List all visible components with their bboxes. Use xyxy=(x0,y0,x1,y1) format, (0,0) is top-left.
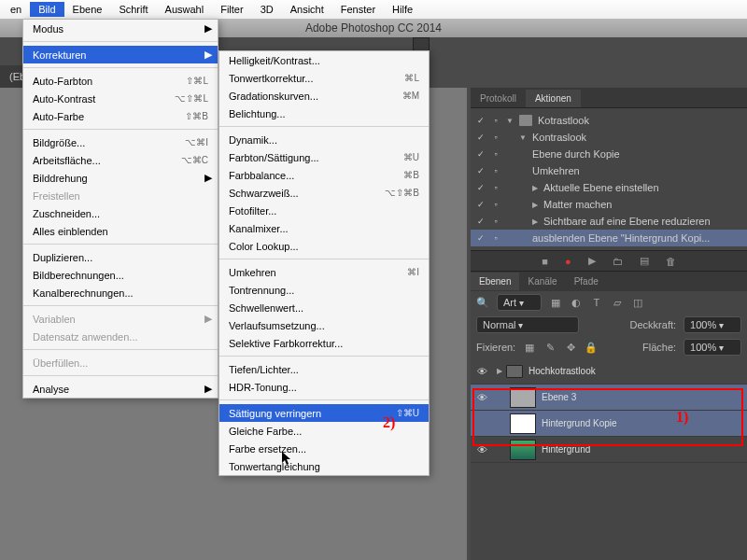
action-row[interactable]: ✓▫▶Matter machen xyxy=(471,196,747,213)
menuitem[interactable]: Bildberechnungen... xyxy=(23,266,218,284)
visibility-icon[interactable]: 👁 xyxy=(471,392,493,403)
menuitem[interactable]: Belichtung... xyxy=(219,105,429,122)
menuitem[interactable]: Zuschneiden... xyxy=(23,204,218,222)
menuitem[interactable]: Bilddrehung▶ xyxy=(23,169,218,187)
stop-icon[interactable]: ■ xyxy=(542,256,548,267)
opacity-field[interactable]: 100% ▾ xyxy=(684,316,741,333)
menuitem[interactable]: Umkehren⌘I xyxy=(219,263,429,281)
menuitem[interactable]: Fotofilter... xyxy=(219,202,429,219)
menuitem[interactable]: Tonwertangleichung xyxy=(219,457,429,475)
menu-bild[interactable]: Bild xyxy=(30,2,63,17)
blend-row[interactable]: Normal ▾ Deckkraft: 100% ▾ xyxy=(471,314,747,336)
action-row[interactable]: ✓▫▶Sichtbare auf eine Ebene reduzieren xyxy=(471,213,747,230)
menu-ebene[interactable]: Ebene xyxy=(64,2,111,17)
layer-row[interactable]: 👁▶Hochkotrastlook xyxy=(471,358,747,385)
menu-schrift[interactable]: Schrift xyxy=(110,2,156,17)
trash-icon[interactable]: 🗑 xyxy=(666,256,676,267)
menuitem[interactable]: Farbbalance...⌘B xyxy=(219,166,429,184)
menuitem[interactable]: Tonwertkorrektur...⌘L xyxy=(219,69,429,87)
filter-adjust-icon[interactable]: ◐ xyxy=(570,296,583,309)
lock-brush-icon[interactable]: ✎ xyxy=(543,341,557,354)
menuitem[interactable]: Farbton/Sättigung...⌘U xyxy=(219,148,429,166)
menuitem: Überfüllen... xyxy=(23,354,218,371)
action-row[interactable]: ✓▫Ebene durch Kopie xyxy=(471,146,747,162)
menuitem[interactable]: Dynamik... xyxy=(219,131,429,148)
menu-en[interactable]: en xyxy=(2,2,30,17)
menu-hilfe[interactable]: Hilfe xyxy=(384,2,421,17)
new-action-icon[interactable]: ▤ xyxy=(640,255,649,267)
history-actions-tabs[interactable]: Protokoll Aktionen xyxy=(471,88,747,108)
menuitem[interactable]: Helligkeit/Kontrast... xyxy=(219,51,429,69)
menu-filter[interactable]: Filter xyxy=(212,2,251,17)
layer-list[interactable]: 👁▶Hochkotrastlook👁Ebene 3Hintergrund Kop… xyxy=(471,358,747,463)
visibility-icon[interactable]: 👁 xyxy=(471,444,493,455)
actions-buttons[interactable]: ■ ● ▶ 🗀 ▤ 🗑 xyxy=(471,250,747,271)
menuitem[interactable]: Schwellenwert... xyxy=(219,299,429,316)
tab-layers[interactable]: Ebenen xyxy=(471,273,519,290)
annotation-1: 1) xyxy=(676,409,688,426)
menuitem[interactable]: Auto-Kontrast⌥⇧⌘L xyxy=(23,90,218,107)
filter-pixel-icon[interactable]: ▦ xyxy=(549,296,562,309)
lock-pixels-icon[interactable]: ▦ xyxy=(523,341,536,354)
menuitem[interactable]: Verlaufsumsetzung... xyxy=(219,316,429,334)
menubar[interactable]: enBildEbeneSchriftAuswahlFilter3DAnsicht… xyxy=(0,0,747,19)
tab-history[interactable]: Protokoll xyxy=(471,90,526,107)
record-icon[interactable]: ● xyxy=(565,256,571,267)
menuitem[interactable]: HDR-Tonung... xyxy=(219,378,429,396)
blend-mode-select[interactable]: Normal ▾ xyxy=(476,316,579,333)
menuitem[interactable]: Analyse▶ xyxy=(23,380,218,398)
menuitem[interactable]: Schwarzweiß...⌥⇧⌘B xyxy=(219,184,429,202)
play-icon[interactable]: ▶ xyxy=(588,255,596,267)
menuitem[interactable]: Tontrennung... xyxy=(219,281,429,299)
tab-paths[interactable]: Pfade xyxy=(566,273,607,290)
filter-shape-icon[interactable]: ▱ xyxy=(611,296,624,309)
menuitem: Freistellen xyxy=(23,187,218,204)
visibility-icon[interactable]: 👁 xyxy=(471,366,493,377)
filter-type-icon[interactable]: T xyxy=(590,296,603,309)
layers-tabs[interactable]: Ebenen Kanäle Pfade xyxy=(471,271,747,291)
menu-fenster[interactable]: Fenster xyxy=(332,2,384,17)
action-row[interactable]: ✓▫▼Kotrastlook xyxy=(471,112,747,129)
action-row[interactable]: ✓▫Umkehren xyxy=(471,162,747,179)
layer-row[interactable]: 👁Ebene 3 xyxy=(471,385,747,411)
actions-list[interactable]: ✓▫▼Kotrastlook✓▫▼Kontraslook✓▫Ebene durc… xyxy=(471,108,747,250)
menuitem[interactable]: Auto-Farbe⇧⌘B xyxy=(23,107,218,125)
menuitem[interactable]: Gleiche Farbe... xyxy=(219,422,429,440)
layer-row[interactable]: 👁Hintergrund xyxy=(471,437,747,463)
layer-row[interactable]: Hintergrund Kopie xyxy=(471,411,747,437)
new-set-icon[interactable]: 🗀 xyxy=(613,256,623,267)
menuitem[interactable]: Arbeitsfläche...⌥⌘C xyxy=(23,151,218,169)
filter-type-select[interactable]: Art ▾ xyxy=(497,294,542,311)
tab-channels[interactable]: Kanäle xyxy=(519,273,565,290)
fill-field[interactable]: 100% ▾ xyxy=(684,339,741,356)
menu-3d[interactable]: 3D xyxy=(252,2,282,17)
menuitem[interactable]: Alles einblenden xyxy=(23,222,218,240)
menuitem[interactable]: Korrekturen▶ xyxy=(23,46,218,63)
lock-all-icon[interactable]: 🔒 xyxy=(585,341,598,354)
korrekturen-submenu[interactable]: Helligkeit/Kontrast...Tonwertkorrektur..… xyxy=(218,50,430,476)
lock-row[interactable]: Fixieren: ▦ ✎ ✥ 🔒 Fläche: 100% ▾ xyxy=(471,336,747,358)
menuitem[interactable]: Selektive Farbkorrektur... xyxy=(219,334,429,352)
menuitem[interactable]: Tiefen/Lichter... xyxy=(219,360,429,378)
menuitem[interactable]: Gradationskurven...⌘M xyxy=(219,87,429,105)
lock-move-icon[interactable]: ✥ xyxy=(564,341,577,354)
action-row[interactable]: ✓▫▼Kontraslook xyxy=(471,129,747,146)
fill-label: Fläche: xyxy=(642,342,676,353)
menuitem[interactable]: Duplizieren... xyxy=(23,248,218,266)
menuitem[interactable]: Color Lookup... xyxy=(219,237,429,255)
bild-menu[interactable]: Modus▶Korrekturen▶Auto-Farbton⇧⌘LAuto-Ko… xyxy=(22,19,218,399)
menuitem[interactable]: Modus▶ xyxy=(23,20,218,37)
menuitem[interactable]: Kanalmixer... xyxy=(219,219,429,237)
menuitem[interactable]: Sättigung verringern⇧⌘U xyxy=(219,404,429,422)
action-row[interactable]: ✓▫ausblenden Ebene "Hintergrund Kopi... xyxy=(471,230,747,246)
layer-filter-row[interactable]: 🔍 Art ▾ ▦ ◐ T ▱ ◫ xyxy=(471,291,747,314)
tab-actions[interactable]: Aktionen xyxy=(526,90,581,107)
menuitem[interactable]: Auto-Farbton⇧⌘L xyxy=(23,72,218,90)
menuitem[interactable]: Kanalberechnungen... xyxy=(23,284,218,301)
menu-ansicht[interactable]: Ansicht xyxy=(282,2,332,17)
action-row[interactable]: ✓▫▶Aktuelle Ebene einstellen xyxy=(471,179,747,196)
filter-smart-icon[interactable]: ◫ xyxy=(631,296,644,309)
menuitem[interactable]: Bildgröße...⌥⌘I xyxy=(23,133,218,151)
menuitem[interactable]: Farbe ersetzen... xyxy=(219,440,429,457)
menu-auswahl[interactable]: Auswahl xyxy=(157,2,213,17)
